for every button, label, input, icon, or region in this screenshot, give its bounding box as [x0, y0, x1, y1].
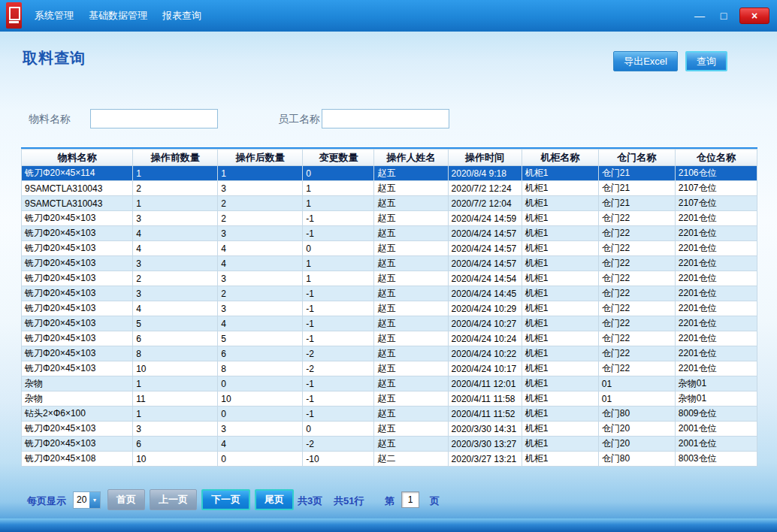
table-row[interactable]: 铣刀Φ20×45×10364-2赵五2020/3/30 13:27机柜1仓门20…	[22, 437, 757, 452]
table-cell: 3	[133, 286, 218, 301]
column-header[interactable]: 操作前数量	[133, 150, 218, 166]
column-header[interactable]: 仓位名称	[675, 150, 757, 166]
query-button[interactable]: 查询	[685, 51, 727, 71]
page-number-input[interactable]	[401, 491, 419, 508]
menu-item-system-management[interactable]: 系统管理	[35, 9, 74, 23]
menu-item-report-query[interactable]: 报表查询	[162, 9, 201, 23]
table-cell: 仓门22	[598, 256, 675, 271]
table-cell: -1	[303, 391, 374, 407]
table-cell: 铣刀Φ20×45×103	[22, 422, 133, 437]
column-header[interactable]: 操作人姓名	[374, 150, 448, 166]
table-cell: 2107仓位	[675, 196, 757, 211]
table-row[interactable]: 9SAMCTLA310043121赵五2020/7/2 12:04机柜1仓门21…	[22, 196, 757, 211]
table-cell: 1	[303, 181, 374, 196]
table-cell: 机柜1	[522, 361, 598, 376]
column-header[interactable]: 仓门名称	[598, 150, 675, 166]
table-cell: 赵五	[374, 256, 448, 271]
table-cell: 2201仓位	[675, 286, 757, 301]
table-cell: 机柜1	[522, 391, 598, 407]
table-cell: 机柜1	[522, 437, 598, 452]
table-row[interactable]: 杂物1110-1赵五2020/4/11 11:58机柜101杂物01	[22, 391, 757, 407]
table-row[interactable]: 铣刀Φ20×45×103231赵五2020/4/24 14:54机柜1仓门222…	[22, 271, 757, 286]
action-buttons: 导出Excel 查询	[613, 51, 727, 71]
table-cell: 2001仓位	[675, 437, 757, 452]
column-header[interactable]: 物料名称	[22, 150, 133, 166]
table-row[interactable]: 铣刀Φ20×45×103440赵五2020/4/24 14:57机柜1仓门222…	[22, 241, 757, 256]
material-name-input[interactable]	[90, 109, 218, 128]
table-cell: 3	[218, 271, 303, 286]
employee-name-label: 员工名称	[278, 113, 320, 126]
table-cell: 2020/4/24 14:54	[448, 271, 522, 286]
table-cell: 2201仓位	[675, 316, 757, 331]
table-cell: 3	[218, 422, 303, 437]
table-cell: 2020/3/27 13:21	[448, 452, 522, 467]
table-row[interactable]: 铣刀Φ20×45×103330赵五2020/3/30 14:31机柜1仓门202…	[22, 422, 757, 437]
prev-page-button[interactable]: 上一页	[150, 489, 197, 510]
maximize-button[interactable]: □	[715, 8, 732, 23]
employee-name-input[interactable]	[322, 109, 449, 128]
column-header[interactable]: 机柜名称	[522, 150, 598, 166]
table-row[interactable]: 铣刀Φ20×45×103108-2赵五2020/4/24 10:17机柜1仓门2…	[22, 361, 757, 376]
table-cell: 仓门22	[598, 271, 675, 286]
last-page-button[interactable]: 尾页	[255, 489, 294, 510]
table-cell: 2020/4/24 10:27	[448, 316, 522, 331]
table-cell: 机柜1	[522, 256, 598, 271]
table-row[interactable]: 铣刀Φ20×45×10365-1赵五2020/4/24 10:24机柜1仓门22…	[22, 331, 757, 346]
table-row[interactable]: 杂物10-1赵五2020/4/11 12:01机柜101杂物01	[22, 376, 757, 391]
table-cell: 机柜1	[522, 422, 598, 437]
table-cell: 2201仓位	[675, 241, 757, 256]
table-cell: 赵五	[374, 422, 448, 437]
close-button[interactable]: ×	[739, 8, 769, 24]
table-row[interactable]: 钻头2×Φ6×10010-1赵五2020/4/11 11:52机柜1仓门8080…	[22, 407, 757, 422]
minimize-button[interactable]: —	[691, 8, 708, 23]
table-cell: 2020/4/11 12:01	[448, 376, 522, 391]
table-row[interactable]: 铣刀Φ20×45×10332-1赵五2020/4/24 14:45机柜1仓门22…	[22, 286, 757, 301]
table-cell: 赵五	[374, 407, 448, 422]
table-row[interactable]: 铣刀Φ20×45×10343-1赵五2020/4/24 14:57机柜1仓门22…	[22, 226, 757, 241]
column-header[interactable]: 操作后数量	[218, 150, 303, 166]
table-cell: 赵五	[374, 271, 448, 286]
table-row[interactable]: 铣刀Φ20×45×10386-2赵五2020/4/24 10:22机柜1仓门22…	[22, 346, 757, 361]
per-page-select[interactable]: 20 ▼	[73, 491, 101, 509]
table-cell: 赵五	[374, 211, 448, 226]
table-cell: -1	[303, 286, 374, 301]
table-cell: 赵五	[374, 361, 448, 376]
table-row[interactable]: 铣刀Φ20×45×10343-1赵五2020/4/24 10:29机柜1仓门22…	[22, 301, 757, 316]
menu-item-basic-data-management[interactable]: 基础数据管理	[89, 9, 147, 23]
table-cell: 1	[133, 166, 218, 181]
table-cell: 9SAMCTLA310043	[22, 181, 133, 196]
table-cell: 3	[133, 422, 218, 437]
table-cell: 铣刀Φ20×45×103	[22, 211, 133, 226]
table-cell: 仓门22	[598, 316, 675, 331]
table-cell: 1	[303, 271, 374, 286]
table-cell: 赵五	[374, 166, 448, 181]
table-cell: 杂物01	[675, 376, 757, 391]
table-row[interactable]: 铣刀Φ20×45×114110赵五2020/8/4 9:18机柜1仓门21210…	[22, 166, 757, 181]
table-cell: 2020/3/30 14:31	[448, 422, 522, 437]
next-page-button[interactable]: 下一页	[201, 489, 250, 510]
table-cell: 仓门20	[598, 422, 675, 437]
main-content: 取料查询 导出Excel 查询 物料名称 员工名称 物料名称操作前数量操作后数量…	[0, 32, 777, 532]
table-cell: 赵五	[374, 196, 448, 211]
table-cell: 2201仓位	[675, 226, 757, 241]
table-row[interactable]: 铣刀Φ20×45×108100-10赵二2020/3/27 13:21机柜1仓门…	[22, 452, 757, 467]
table-cell: 钻头2×Φ6×100	[22, 407, 133, 422]
column-header[interactable]: 变更数量	[303, 150, 374, 166]
table-cell: 5	[133, 316, 218, 331]
table-cell: 5	[218, 331, 303, 346]
first-page-button[interactable]: 首页	[107, 489, 145, 510]
table-cell: 赵五	[374, 391, 448, 407]
total-rows-label: 共51行	[334, 494, 364, 508]
table-cell: 0	[218, 376, 303, 391]
table-cell: 2106仓位	[675, 166, 757, 181]
table-row[interactable]: 铣刀Φ20×45×103341赵五2020/4/24 14:57机柜1仓门222…	[22, 256, 757, 271]
table-cell: 1	[133, 376, 218, 391]
table-cell: -1	[303, 407, 374, 422]
table-body: 铣刀Φ20×45×114110赵五2020/8/4 9:18机柜1仓门21210…	[22, 166, 757, 467]
table-row[interactable]: 9SAMCTLA310043231赵五2020/7/2 12:24机柜1仓门21…	[22, 181, 757, 196]
footer-band	[0, 518, 777, 532]
table-row[interactable]: 铣刀Φ20×45×10332-1赵五2020/4/24 14:59机柜1仓门22…	[22, 211, 757, 226]
table-row[interactable]: 铣刀Φ20×45×10354-1赵五2020/4/24 10:27机柜1仓门22…	[22, 316, 757, 331]
column-header[interactable]: 操作时间	[448, 150, 522, 166]
export-excel-button[interactable]: 导出Excel	[613, 51, 678, 71]
